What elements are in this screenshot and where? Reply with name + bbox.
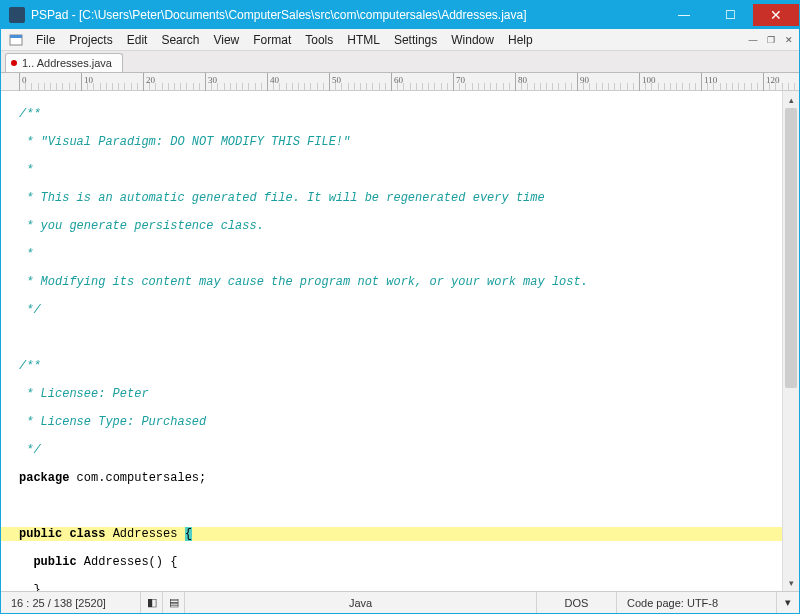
code-text: Addresses() { bbox=[77, 555, 178, 569]
ruler-tick: 120 bbox=[763, 73, 764, 91]
tab-bar: 1.. Addresses.java bbox=[1, 51, 799, 73]
ruler-tick: 100 bbox=[639, 73, 640, 91]
ruler[interactable]: 0102030405060708090100110120 bbox=[1, 73, 799, 91]
ruler-tick: 70 bbox=[453, 73, 454, 91]
status-bar: 16 : 25 / 138 [2520] ◧ ▤ Java DOS Code p… bbox=[1, 591, 799, 613]
ruler-tick: 60 bbox=[391, 73, 392, 91]
menu-help[interactable]: Help bbox=[501, 31, 540, 49]
code-text: } bbox=[19, 583, 41, 591]
status-position: 16 : 25 / 138 [2520] bbox=[1, 592, 141, 613]
modified-indicator-icon bbox=[11, 60, 17, 66]
code-text: com.computersales; bbox=[69, 471, 206, 485]
ruler-tick: 50 bbox=[329, 73, 330, 91]
code-text: /** bbox=[19, 107, 41, 121]
menu-search[interactable]: Search bbox=[154, 31, 206, 49]
maximize-button[interactable]: ☐ bbox=[707, 4, 753, 26]
menu-projects[interactable]: Projects bbox=[62, 31, 119, 49]
app-window: PSPad - [C:\Users\Peter\Documents\Comput… bbox=[0, 0, 800, 614]
close-button[interactable]: ✕ bbox=[753, 4, 799, 26]
code-text: * "Visual Paradigm: DO NOT MODIFY THIS F… bbox=[19, 135, 350, 149]
code-text: * Modifying its content may cause the pr… bbox=[19, 275, 588, 289]
window-title: PSPad - [C:\Users\Peter\Documents\Comput… bbox=[31, 8, 661, 22]
ruler-tick: 10 bbox=[81, 73, 82, 91]
ruler-tick: 110 bbox=[701, 73, 702, 91]
ruler-tick: 30 bbox=[205, 73, 206, 91]
mdi-minimize-button[interactable]: — bbox=[745, 32, 761, 48]
matched-brace: { bbox=[185, 527, 192, 541]
tab-label: 1.. Addresses.java bbox=[22, 57, 112, 69]
svg-rect-1 bbox=[10, 35, 22, 38]
menu-bar: File Projects Edit Search View Format To… bbox=[1, 29, 799, 51]
title-bar[interactable]: PSPad - [C:\Users\Peter\Documents\Comput… bbox=[1, 1, 799, 29]
menu-settings[interactable]: Settings bbox=[387, 31, 444, 49]
ruler-tick: 40 bbox=[267, 73, 268, 91]
mdi-restore-button[interactable]: ❐ bbox=[763, 32, 779, 48]
scrollbar-track[interactable] bbox=[783, 108, 799, 574]
status-icon-1[interactable]: ◧ bbox=[141, 592, 163, 613]
current-line-highlight: public class Addresses { bbox=[1, 527, 782, 541]
menu-window[interactable]: Window bbox=[444, 31, 501, 49]
status-language[interactable]: Java bbox=[185, 592, 537, 613]
scroll-down-icon[interactable]: ▾ bbox=[783, 574, 799, 591]
scrollbar-thumb[interactable] bbox=[785, 108, 797, 388]
code-text: Addresses bbox=[113, 527, 185, 541]
code-text: * This is an automatic generated file. I… bbox=[19, 191, 545, 205]
editor-area: /** * "Visual Paradigm: DO NOT MODIFY TH… bbox=[1, 91, 799, 591]
code-text: * Licensee: Peter bbox=[19, 387, 149, 401]
code-text: /** bbox=[19, 359, 41, 373]
code-editor[interactable]: /** * "Visual Paradigm: DO NOT MODIFY TH… bbox=[1, 91, 782, 591]
window-controls: — ☐ ✕ bbox=[661, 4, 799, 26]
code-text: * bbox=[19, 247, 33, 261]
status-codepage[interactable]: Code page: UTF-8 bbox=[617, 592, 777, 613]
menu-format[interactable]: Format bbox=[246, 31, 298, 49]
code-text: */ bbox=[19, 303, 41, 317]
code-text: */ bbox=[19, 443, 41, 457]
minimize-button[interactable]: — bbox=[661, 4, 707, 26]
status-encoding[interactable]: DOS bbox=[537, 592, 617, 613]
scroll-up-icon[interactable]: ▴ bbox=[783, 91, 799, 108]
menu-edit[interactable]: Edit bbox=[120, 31, 155, 49]
menu-tools[interactable]: Tools bbox=[298, 31, 340, 49]
ruler-tick: 20 bbox=[143, 73, 144, 91]
ruler-tick: 90 bbox=[577, 73, 578, 91]
mdi-close-button[interactable]: ✕ bbox=[781, 32, 797, 48]
ruler-tick: 80 bbox=[515, 73, 516, 91]
status-icon-2[interactable]: ▤ bbox=[163, 592, 185, 613]
menu-file[interactable]: File bbox=[29, 31, 62, 49]
code-text: * License Type: Purchased bbox=[19, 415, 206, 429]
menu-html[interactable]: HTML bbox=[340, 31, 387, 49]
status-corner-icon[interactable]: ▾ bbox=[777, 592, 799, 613]
menu-view[interactable]: View bbox=[206, 31, 246, 49]
vertical-scrollbar[interactable]: ▴ ▾ bbox=[782, 91, 799, 591]
file-tab-addresses[interactable]: 1.. Addresses.java bbox=[5, 53, 123, 72]
code-text: package bbox=[19, 471, 69, 485]
code-text: * bbox=[19, 163, 33, 177]
code-text: * you generate persistence class. bbox=[19, 219, 264, 233]
mdi-sys-icon[interactable] bbox=[7, 31, 25, 49]
ruler-tick: 0 bbox=[19, 73, 20, 91]
code-text: public class bbox=[19, 527, 113, 541]
app-icon bbox=[9, 7, 25, 23]
code-text: public bbox=[19, 555, 77, 569]
